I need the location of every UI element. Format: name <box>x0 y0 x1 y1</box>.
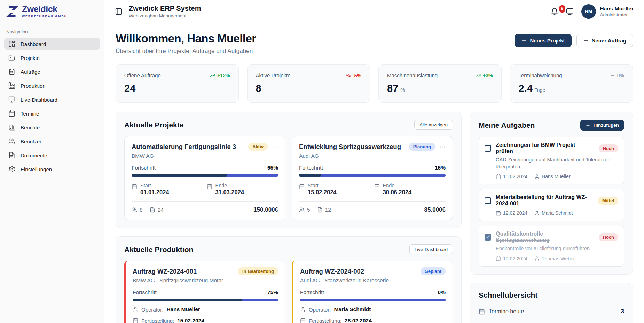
project-end: Ende 31.03.2024 <box>207 183 278 196</box>
page-subtitle: Übersicht über Ihre Projekte, Aufträge u… <box>116 48 256 55</box>
task-checkbox[interactable] <box>485 197 491 204</box>
stat-card-maschinenauslastung: Maschinenauslastung +3% 87 % <box>378 64 502 103</box>
project-menu-button[interactable] <box>439 144 446 150</box>
calendar-icon <box>299 184 305 189</box>
users-icon <box>132 207 137 213</box>
task-due-date: 15.02.2024 <box>496 174 527 179</box>
sidebar-item-termine[interactable]: Termine <box>4 108 100 119</box>
progress-label: Fortschritt <box>299 165 323 171</box>
monitor-icon <box>8 96 15 103</box>
end-date: 30.06.2024 <box>383 189 412 196</box>
members-count: 5 <box>307 207 310 213</box>
sidebar-item-berichte[interactable]: Berichte <box>4 121 100 133</box>
task-assignee: Thomas Weber <box>534 256 575 261</box>
production-order-title: Auftrag WZ-2024-002 <box>300 268 416 275</box>
progress-bar <box>133 299 278 301</box>
production-section: Aktuelle Produktion Live-Dashboard Auftr… <box>116 236 462 323</box>
calendar-icon <box>374 184 380 189</box>
sidebar-item-auftraege[interactable]: Aufträge <box>4 66 100 78</box>
calendar-icon <box>132 184 137 189</box>
stat-label: Offene Aufträge <box>124 72 161 78</box>
progress-value: 15% <box>435 165 446 171</box>
task-item-completed: Qualitätskontrolle Spritzgusswerkzeug Ho… <box>479 226 624 267</box>
welcome-text: Willkommen, Hans Mueller Übersicht über … <box>116 32 256 55</box>
calendar-icon <box>496 256 501 261</box>
project-start: Start 15.02.2024 <box>299 183 371 196</box>
production-description: Audi AG - Stanzwerkzeug Karosserie <box>300 277 446 284</box>
quick-row-termine: Termine heute 3 <box>479 304 624 319</box>
operator-row: Operator: Maria Schmidt <box>300 306 446 313</box>
progress-bar-fill <box>133 299 242 301</box>
end-label: Ende <box>215 183 244 188</box>
brand-tagline: WERKZEUGBAU GMBH <box>22 15 67 18</box>
sidebar-toggle-button[interactable] <box>115 8 123 15</box>
new-project-label: Neues Projekt <box>530 38 565 44</box>
stat-trend: -5% <box>345 73 361 78</box>
sidebar-item-live-dashboard[interactable]: Live-Dashboard <box>4 94 100 105</box>
user-menu[interactable]: HM Hans Mueller Administrator <box>581 4 634 19</box>
stat-trend: 0% <box>610 73 624 78</box>
stat-label: Terminabweichung <box>519 72 562 78</box>
user-icon <box>534 256 540 261</box>
project-documents: 12 <box>317 207 331 213</box>
bell-icon <box>551 8 558 15</box>
ellipsis-icon <box>272 144 278 150</box>
trending-down-icon <box>345 73 351 78</box>
display-mode-button[interactable] <box>566 8 574 15</box>
progress-value: 65% <box>267 165 278 171</box>
task-checkbox[interactable] <box>485 145 491 152</box>
sidebar-item-label: Termine <box>21 111 39 117</box>
sidebar-item-projekte[interactable]: Projekte <box>4 52 100 64</box>
calendar-icon <box>479 308 485 315</box>
stat-label: Maschinenauslastung <box>387 72 438 78</box>
calendar-icon <box>8 110 15 117</box>
stat-value: 2.4 <box>519 83 533 94</box>
new-order-button[interactable]: Neuer Auftrag <box>576 34 633 47</box>
project-card[interactable]: Entwicklung Spritzgusswerkzeug Planung A… <box>292 136 453 220</box>
main-grid: Aktuelle Projekte Alle anzeigen Automati… <box>116 112 633 323</box>
progress-label: Fortschritt <box>300 289 324 296</box>
sidebar-item-benutzer[interactable]: Benutzer <box>4 135 100 147</box>
project-budget: 150.000€ <box>253 206 278 213</box>
completion-label: Fertigstellung: <box>309 318 341 323</box>
users-icon <box>8 138 15 145</box>
ellipsis-icon <box>439 144 446 150</box>
user-name: Hans Mueller <box>600 6 634 12</box>
task-assignee: Hans Mueller <box>534 174 570 179</box>
sidebar-item-label: Berichte <box>21 125 40 131</box>
production-order-title: Auftrag WZ-2024-001 <box>133 268 234 275</box>
operator-row: Operator: Hans Mueller <box>133 306 278 313</box>
show-all-projects-button[interactable]: Alle anzeigen <box>414 120 453 130</box>
production-card[interactable]: Auftrag WZ-2024-002 Geplant Audi AG - St… <box>292 261 453 323</box>
check-icon <box>486 235 490 239</box>
project-title: Automatisierung Fertigungslinie 3 <box>132 143 244 151</box>
sidebar-item-label: Dokumente <box>21 152 47 158</box>
production-section-title: Aktuelle Produktion <box>124 245 193 254</box>
calendar-icon <box>300 318 306 323</box>
sidebar-item-einstellungen[interactable]: Einstellungen <box>4 163 100 175</box>
sidebar-item-label: Benutzer <box>21 139 41 144</box>
layout-dashboard-icon <box>8 40 15 47</box>
top-header: Zweidick ERP System Werkzeugbau Manageme… <box>104 0 644 23</box>
task-title: Materialbestellung für Auftrag WZ-2024-0… <box>496 194 594 207</box>
project-menu-button[interactable] <box>272 144 278 150</box>
sidebar-item-produktion[interactable]: Produktion <box>4 80 100 92</box>
task-assignee: Maria Schmidt <box>534 210 573 216</box>
project-card[interactable]: Automatisierung Fertigungslinie 3 Aktiv … <box>124 136 285 220</box>
start-label: Start <box>308 183 337 188</box>
task-checkbox-checked[interactable] <box>485 234 491 241</box>
task-title: Qualitätskontrolle Spritzgusswerkzeug <box>496 231 594 243</box>
production-card[interactable]: Auftrag WZ-2024-001 In Bearbeitung BMW A… <box>124 261 285 323</box>
live-dashboard-button[interactable]: Live-Dashboard <box>409 244 453 254</box>
sidebar-item-dashboard[interactable]: Dashboard <box>4 38 100 50</box>
brand-name: Zweidick <box>22 5 67 14</box>
monitor-icon <box>566 8 574 15</box>
tasks-section: Meine Aufgaben Hinzufügen Z <box>470 112 633 275</box>
add-task-button[interactable]: Hinzufügen <box>580 120 625 131</box>
operator-label: Operator: <box>141 307 163 313</box>
sidebar-item-dokumente[interactable]: Dokumente <box>4 149 100 161</box>
new-project-button[interactable]: Neues Projekt <box>515 34 571 47</box>
nav-section-label: Navigation <box>6 29 98 34</box>
task-date-value: 15.02.2024 <box>503 174 527 179</box>
notifications-button[interactable]: 5 <box>551 8 558 15</box>
